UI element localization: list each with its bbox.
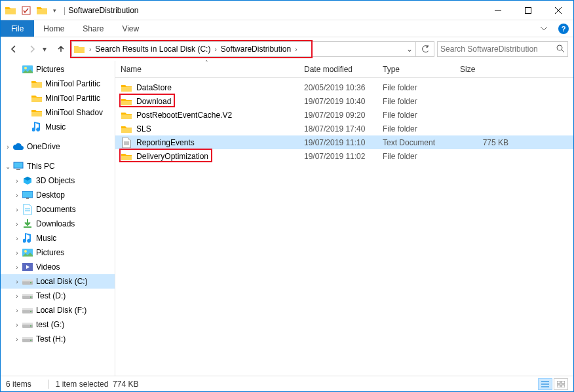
file-row[interactable]: SLS18/07/2019 17:40File folder xyxy=(115,122,573,135)
tree-item-downloads[interactable]: ›Downloads xyxy=(1,217,115,231)
tree-item-music[interactable]: ›Music xyxy=(1,231,115,245)
chevron-right-icon[interactable]: › xyxy=(292,46,299,53)
tree-item-test-d-[interactable]: ›Test (D:) xyxy=(1,289,115,303)
tree-item-pictures[interactable]: Pictures xyxy=(1,62,115,77)
up-button[interactable] xyxy=(53,41,69,57)
help-button[interactable]: ? xyxy=(554,20,573,37)
search-icon[interactable] xyxy=(556,44,565,55)
refresh-button[interactable] xyxy=(415,42,434,56)
ribbon-tabs: File Home Share View ? xyxy=(1,20,573,37)
tree-item-label: MiniTool Partitic xyxy=(45,94,100,103)
tree-item-onedrive[interactable]: ›OneDrive xyxy=(1,139,115,154)
tree-item-3d-objects[interactable]: ›3D Objects xyxy=(1,173,115,188)
file-row[interactable]: DataStore20/05/2019 10:36File folder xyxy=(115,80,573,94)
breadcrumb-segment[interactable]: Search Results in Local Disk (C:) xyxy=(94,45,212,54)
status-item-count: 6 items xyxy=(6,380,31,389)
column-name[interactable]: Name˄ xyxy=(115,61,299,77)
svg-rect-26 xyxy=(22,308,33,310)
txt-icon xyxy=(121,137,132,148)
breadcrumb-segment[interactable]: SoftwareDistribution xyxy=(220,45,292,54)
icons-view-button[interactable] xyxy=(554,378,568,390)
svg-point-21 xyxy=(30,282,31,283)
tree-item-local-disk-f-[interactable]: ›Local Disk (F:) xyxy=(1,303,115,317)
tree-item-minitool-shadov[interactable]: MiniTool Shadov xyxy=(1,105,115,120)
chevron-icon[interactable]: › xyxy=(12,177,22,185)
search-input[interactable] xyxy=(440,45,556,54)
window-controls xyxy=(483,1,573,20)
tab-home[interactable]: Home xyxy=(34,20,73,37)
chevron-icon[interactable]: › xyxy=(12,192,22,199)
column-type[interactable]: Type xyxy=(377,61,455,77)
chevron-icon[interactable]: › xyxy=(12,206,22,213)
svg-point-33 xyxy=(30,340,31,341)
minimize-button[interactable] xyxy=(483,1,513,20)
back-button[interactable] xyxy=(6,41,22,57)
tab-view[interactable]: View xyxy=(113,20,148,37)
chevron-right-icon[interactable]: › xyxy=(86,46,94,53)
svg-point-30 xyxy=(30,325,31,327)
tree-item-label: Pictures xyxy=(36,248,64,257)
onedrive-icon xyxy=(12,141,24,152)
column-date[interactable]: Date modified xyxy=(299,61,377,77)
svg-rect-12 xyxy=(26,198,29,199)
details-view-button[interactable] xyxy=(538,378,552,390)
tree-item-music[interactable]: Music xyxy=(1,120,115,134)
chevron-icon[interactable]: › xyxy=(12,321,22,329)
tree-item-label: Pictures xyxy=(36,65,64,74)
column-size[interactable]: Size xyxy=(455,61,514,77)
tree-item-minitool-partitic[interactable]: MiniTool Partitic xyxy=(1,91,115,105)
tree-item-minitool-partitic[interactable]: MiniTool Partitic xyxy=(1,77,115,91)
tree-item-label: Local Disk (C:) xyxy=(36,277,88,286)
chevron-icon[interactable]: › xyxy=(12,249,22,257)
address-dropdown[interactable]: ⌄ xyxy=(404,45,415,54)
tree-item-test-h-[interactable]: ›Test (H:) xyxy=(1,332,115,346)
svg-point-5 xyxy=(557,45,562,50)
file-row[interactable]: ReportingEvents19/07/2019 11:10Text Docu… xyxy=(115,135,573,149)
svg-rect-11 xyxy=(22,191,33,198)
chevron-icon[interactable]: › xyxy=(12,293,22,300)
folder-icon[interactable] xyxy=(3,3,18,18)
chevron-icon[interactable]: › xyxy=(12,221,22,228)
file-row[interactable]: PostRebootEventCache.V219/07/2019 09:20F… xyxy=(115,108,573,122)
tree-item-local-disk-c-[interactable]: ›Local Disk (C:) xyxy=(1,274,115,289)
videos-icon xyxy=(22,262,33,272)
tab-share[interactable]: Share xyxy=(73,20,113,37)
tree-item-documents[interactable]: ›Documents xyxy=(1,202,115,217)
ribbon-expand-button[interactable] xyxy=(534,20,554,37)
address-bar[interactable]: › Search Results in Local Disk (C:) › So… xyxy=(71,41,434,57)
chevron-icon[interactable]: › xyxy=(12,278,22,285)
tree-item-label: Videos xyxy=(36,262,60,272)
tree-item-desktop[interactable]: ›Desktop xyxy=(1,188,115,202)
file-row[interactable]: DeliveryOptimization19/07/2019 11:02File… xyxy=(115,149,573,163)
disk-icon xyxy=(22,334,33,344)
tree-item-this-pc[interactable]: ⌄This PC xyxy=(1,159,115,173)
svg-rect-40 xyxy=(557,381,560,383)
svg-point-8 xyxy=(24,67,27,69)
folder-icon[interactable] xyxy=(35,3,49,18)
chevron-icon[interactable]: › xyxy=(12,235,22,242)
chevron-icon[interactable]: › xyxy=(3,143,12,151)
music-icon xyxy=(31,122,43,132)
chevron-icon[interactable]: › xyxy=(12,336,22,343)
qat-dropdown-icon[interactable]: ▾ xyxy=(50,3,58,18)
svg-point-17 xyxy=(24,250,27,253)
navigation-pane[interactable]: PicturesMiniTool PartiticMiniTool Partit… xyxy=(1,61,115,376)
close-button[interactable] xyxy=(543,1,573,20)
history-dropdown[interactable]: ▾ xyxy=(43,45,50,54)
file-row[interactable]: Download19/07/2019 10:40File folder xyxy=(115,94,573,108)
tree-item-test-g-[interactable]: ›test (G:) xyxy=(1,317,115,332)
maximize-button[interactable] xyxy=(513,1,543,20)
chevron-icon[interactable]: › xyxy=(12,264,22,271)
chevron-icon[interactable]: ⌄ xyxy=(3,163,12,170)
svg-rect-20 xyxy=(22,279,33,281)
search-box[interactable] xyxy=(437,41,568,57)
folder-icon xyxy=(72,45,86,54)
file-tab[interactable]: File xyxy=(1,20,34,37)
tree-item-label: Music xyxy=(36,234,56,243)
chevron-icon[interactable]: › xyxy=(12,307,22,314)
tree-item-pictures[interactable]: ›Pictures xyxy=(1,245,115,260)
forward-button[interactable] xyxy=(24,41,40,57)
tree-item-videos[interactable]: ›Videos xyxy=(1,260,115,274)
chevron-right-icon[interactable]: › xyxy=(212,46,219,53)
properties-icon[interactable] xyxy=(19,3,33,18)
